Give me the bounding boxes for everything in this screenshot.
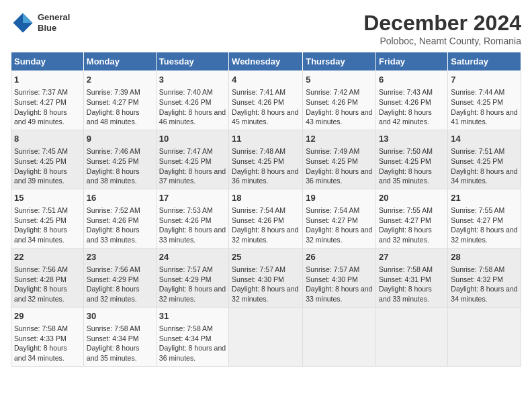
day-number: 24 [159,251,226,263]
header-cell-saturday: Saturday [448,52,521,71]
calendar-cell: 22Sunrise: 7:56 AMSunset: 4:28 PMDayligh… [11,248,84,307]
calendar-cell: 23Sunrise: 7:56 AMSunset: 4:29 PMDayligh… [83,248,156,307]
calendar-cell: 9Sunrise: 7:46 AMSunset: 4:25 PMDaylight… [83,130,156,189]
cell-info: Sunrise: 7:43 AMSunset: 4:26 PMDaylight:… [379,87,445,127]
calendar-cell: 27Sunrise: 7:58 AMSunset: 4:31 PMDayligh… [376,248,448,307]
month-title: December 2024 [363,11,521,36]
calendar-cell: 21Sunrise: 7:55 AMSunset: 4:27 PMDayligh… [448,189,521,248]
header-cell-wednesday: Wednesday [229,52,303,71]
calendar-cell [376,307,448,366]
cell-info: Sunrise: 7:54 AMSunset: 4:27 PMDaylight:… [306,205,373,245]
cell-info: Sunrise: 7:42 AMSunset: 4:26 PMDaylight:… [306,87,373,127]
cell-info: Sunrise: 7:40 AMSunset: 4:26 PMDaylight:… [159,87,226,127]
cell-info: Sunrise: 7:46 AMSunset: 4:25 PMDaylight:… [87,146,153,186]
cell-info: Sunrise: 7:53 AMSunset: 4:26 PMDaylight:… [159,205,226,245]
cell-info: Sunrise: 7:55 AMSunset: 4:27 PMDaylight:… [379,205,445,245]
day-number: 20 [379,192,445,204]
day-number: 4 [232,74,300,86]
calendar-cell: 5Sunrise: 7:42 AMSunset: 4:26 PMDaylight… [303,71,376,130]
cell-info: Sunrise: 7:48 AMSunset: 4:25 PMDaylight:… [232,146,300,186]
day-number: 22 [14,251,81,263]
cell-info: Sunrise: 7:41 AMSunset: 4:26 PMDaylight:… [232,87,300,127]
day-number: 27 [379,251,445,263]
svg-marker-1 [23,13,32,23]
day-number: 5 [306,74,373,86]
cell-info: Sunrise: 7:47 AMSunset: 4:25 PMDaylight:… [159,146,226,186]
cell-info: Sunrise: 7:55 AMSunset: 4:27 PMDaylight:… [451,205,518,245]
day-number: 16 [87,192,153,204]
cell-info: Sunrise: 7:56 AMSunset: 4:28 PMDaylight:… [14,265,81,304]
cell-info: Sunrise: 7:49 AMSunset: 4:25 PMDaylight:… [306,146,373,186]
calendar-cell: 31Sunrise: 7:58 AMSunset: 4:34 PMDayligh… [156,307,228,366]
week-row-5: 29Sunrise: 7:58 AMSunset: 4:33 PMDayligh… [11,307,521,366]
page-header: GeneralBlue December 2024 Poloboc, Neamt… [11,11,521,46]
header-cell-tuesday: Tuesday [156,52,228,71]
day-number: 17 [159,192,226,204]
cell-info: Sunrise: 7:39 AMSunset: 4:27 PMDaylight:… [87,87,153,127]
day-number: 12 [306,133,373,145]
calendar-cell: 15Sunrise: 7:51 AMSunset: 4:25 PMDayligh… [11,189,84,248]
day-number: 10 [159,133,226,145]
calendar-cell: 7Sunrise: 7:44 AMSunset: 4:25 PMDaylight… [448,71,521,130]
calendar-cell: 24Sunrise: 7:57 AMSunset: 4:29 PMDayligh… [156,248,228,307]
calendar-cell: 2Sunrise: 7:39 AMSunset: 4:27 PMDaylight… [83,71,156,130]
calendar-cell: 8Sunrise: 7:45 AMSunset: 4:25 PMDaylight… [11,130,84,189]
cell-info: Sunrise: 7:52 AMSunset: 4:26 PMDaylight:… [87,205,153,245]
calendar-cell: 3Sunrise: 7:40 AMSunset: 4:26 PMDaylight… [156,71,228,130]
week-row-2: 8Sunrise: 7:45 AMSunset: 4:25 PMDaylight… [11,130,521,189]
cell-info: Sunrise: 7:37 AMSunset: 4:27 PMDaylight:… [14,87,81,127]
cell-info: Sunrise: 7:58 AMSunset: 4:33 PMDaylight:… [14,324,81,363]
day-number: 28 [451,251,518,263]
calendar-cell [229,307,303,366]
week-row-4: 22Sunrise: 7:56 AMSunset: 4:28 PMDayligh… [11,248,521,307]
header-cell-sunday: Sunday [11,52,84,71]
calendar-cell [448,307,521,366]
cell-info: Sunrise: 7:51 AMSunset: 4:25 PMDaylight:… [14,205,81,245]
calendar-cell: 16Sunrise: 7:52 AMSunset: 4:26 PMDayligh… [83,189,156,248]
calendar-cell: 19Sunrise: 7:54 AMSunset: 4:27 PMDayligh… [303,189,376,248]
day-number: 30 [87,310,153,322]
calendar-cell: 10Sunrise: 7:47 AMSunset: 4:25 PMDayligh… [156,130,228,189]
header-cell-friday: Friday [376,52,448,71]
logo-icon [11,11,35,35]
location-subtitle: Poloboc, Neamt County, Romania [363,36,521,46]
day-number: 6 [379,74,445,86]
day-number: 23 [87,251,153,263]
calendar-cell: 4Sunrise: 7:41 AMSunset: 4:26 PMDaylight… [229,71,303,130]
calendar-cell: 25Sunrise: 7:57 AMSunset: 4:30 PMDayligh… [229,248,303,307]
logo-text: GeneralBlue [38,12,70,33]
cell-info: Sunrise: 7:57 AMSunset: 4:30 PMDaylight:… [306,265,373,304]
day-number: 15 [14,192,81,204]
cell-info: Sunrise: 7:50 AMSunset: 4:25 PMDaylight:… [379,146,445,186]
day-number: 7 [451,74,518,86]
cell-info: Sunrise: 7:54 AMSunset: 4:26 PMDaylight:… [232,205,300,245]
calendar-cell: 18Sunrise: 7:54 AMSunset: 4:26 PMDayligh… [229,189,303,248]
week-row-1: 1Sunrise: 7:37 AMSunset: 4:27 PMDaylight… [11,71,521,130]
week-row-3: 15Sunrise: 7:51 AMSunset: 4:25 PMDayligh… [11,189,521,248]
day-number: 1 [14,74,81,86]
day-number: 8 [14,133,81,145]
day-number: 19 [306,192,373,204]
day-number: 26 [306,251,373,263]
day-number: 13 [379,133,445,145]
day-number: 21 [451,192,518,204]
calendar-cell: 11Sunrise: 7:48 AMSunset: 4:25 PMDayligh… [229,130,303,189]
header-cell-thursday: Thursday [303,52,376,71]
calendar-cell: 12Sunrise: 7:49 AMSunset: 4:25 PMDayligh… [303,130,376,189]
header-cell-monday: Monday [83,52,156,71]
cell-info: Sunrise: 7:44 AMSunset: 4:25 PMDaylight:… [451,87,518,127]
header-row: SundayMondayTuesdayWednesdayThursdayFrid… [11,52,521,71]
calendar-cell: 28Sunrise: 7:58 AMSunset: 4:32 PMDayligh… [448,248,521,307]
day-number: 11 [232,133,300,145]
day-number: 9 [87,133,153,145]
cell-info: Sunrise: 7:58 AMSunset: 4:31 PMDaylight:… [379,265,445,304]
cell-info: Sunrise: 7:58 AMSunset: 4:32 PMDaylight:… [451,265,518,304]
day-number: 2 [87,74,153,86]
day-number: 31 [159,310,226,322]
calendar-cell: 13Sunrise: 7:50 AMSunset: 4:25 PMDayligh… [376,130,448,189]
calendar-cell: 26Sunrise: 7:57 AMSunset: 4:30 PMDayligh… [303,248,376,307]
cell-info: Sunrise: 7:58 AMSunset: 4:34 PMDaylight:… [87,324,153,363]
cell-info: Sunrise: 7:56 AMSunset: 4:29 PMDaylight:… [87,265,153,304]
cell-info: Sunrise: 7:57 AMSunset: 4:29 PMDaylight:… [159,265,226,304]
title-area: December 2024 Poloboc, Neamt County, Rom… [363,11,521,46]
